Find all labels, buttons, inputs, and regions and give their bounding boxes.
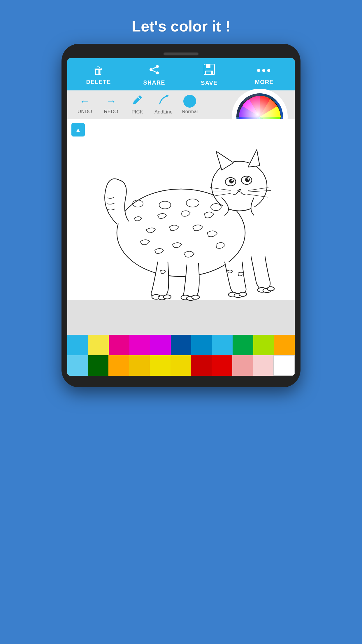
svg-rect-10: [166, 95, 168, 96]
delete-label: DELETE: [86, 79, 111, 85]
color-swatch-red[interactable]: [212, 355, 232, 376]
more-label: MORE: [255, 79, 274, 85]
phone-frame: 🗑 DELETE SHARE: [61, 44, 301, 387]
phone-top: [67, 50, 295, 58]
phone-screen: 🗑 DELETE SHARE: [67, 58, 295, 376]
more-button[interactable]: ••• MORE: [253, 64, 276, 85]
phone-speaker: [164, 52, 198, 55]
color-swatch-navy[interactable]: [171, 335, 191, 355]
save-icon: [203, 64, 215, 78]
svg-point-43: [239, 292, 247, 296]
color-palette: [67, 335, 295, 376]
color-swatch-orange[interactable]: [274, 335, 295, 355]
normal-label: Normal: [182, 109, 198, 115]
addline-label: AddLine: [154, 109, 173, 115]
svg-point-27: [247, 178, 249, 180]
color-swatch-orange2[interactable]: [108, 355, 129, 376]
color-swatch-green[interactable]: [233, 335, 253, 355]
svg-rect-8: [206, 71, 211, 74]
pick-label: PICK: [131, 109, 143, 115]
color-swatch-amber[interactable]: [171, 355, 191, 376]
addline-icon: [158, 94, 169, 108]
normal-circle-icon: [183, 95, 196, 108]
normal-button[interactable]: Normal: [178, 95, 201, 115]
color-swatch-dark-green[interactable]: [88, 355, 109, 376]
color-swatch-hot-pink[interactable]: [109, 335, 129, 355]
save-label: SAVE: [201, 80, 217, 86]
color-swatch-dark-red[interactable]: [191, 355, 212, 376]
pick-icon: [132, 94, 143, 108]
color-swatch-purple[interactable]: [150, 335, 171, 355]
svg-point-40: [192, 295, 199, 299]
delete-icon: 🗑: [93, 65, 104, 77]
undo-label: UNDO: [78, 109, 92, 115]
cat-illustration: .cat { fill: white; stroke: #222; stroke…: [82, 128, 280, 309]
pick-button[interactable]: PICK: [126, 94, 149, 115]
undo-button[interactable]: ← UNDO: [73, 95, 96, 115]
drawing-canvas[interactable]: ▲ .cat { fill: white; stroke: #222; stro…: [67, 119, 295, 300]
color-swatch-gold[interactable]: [129, 355, 150, 376]
share-button[interactable]: SHARE: [143, 64, 166, 86]
svg-line-4: [151, 70, 157, 73]
color-row-2: [67, 355, 295, 376]
svg-line-3: [151, 66, 157, 70]
share-icon: [149, 64, 160, 78]
color-swatch-yellow[interactable]: [88, 335, 109, 355]
color-swatch-white[interactable]: [273, 355, 295, 376]
color-swatch-lime[interactable]: [253, 335, 274, 355]
color-swatch-blue[interactable]: [191, 335, 212, 355]
redo-icon: →: [106, 95, 117, 108]
more-icon: •••: [257, 64, 272, 77]
svg-point-37: [164, 295, 171, 299]
color-swatch-light-pink[interactable]: [232, 355, 253, 376]
color-swatch-magenta[interactable]: [129, 335, 150, 355]
addline-button[interactable]: AddLine: [152, 94, 175, 115]
color-swatch-pale-pink[interactable]: [253, 355, 274, 376]
redo-button[interactable]: → REDO: [99, 95, 123, 115]
svg-point-19: [212, 161, 267, 211]
svg-point-25: [245, 177, 250, 182]
page-title: Let's color it !: [132, 18, 231, 35]
delete-button[interactable]: 🗑 DELETE: [86, 65, 111, 85]
main-toolbar: 🗑 DELETE SHARE: [67, 58, 295, 90]
svg-point-46: [267, 287, 274, 291]
color-swatch-yellow2[interactable]: [150, 355, 171, 376]
svg-point-24: [229, 179, 234, 183]
svg-rect-6: [206, 64, 210, 68]
color-swatch-cyan[interactable]: [67, 335, 88, 355]
color-swatch-light-blue[interactable]: [67, 355, 88, 376]
color-swatch-sky[interactable]: [212, 335, 233, 355]
svg-point-26: [231, 179, 233, 181]
redo-label: REDO: [104, 109, 118, 115]
save-button[interactable]: SAVE: [198, 64, 221, 86]
secondary-toolbar: ← UNDO → REDO PICK: [67, 90, 295, 119]
undo-icon: ←: [79, 95, 90, 108]
share-label: SHARE: [143, 79, 165, 86]
color-row-1: [67, 335, 295, 355]
svg-marker-21: [248, 150, 260, 167]
